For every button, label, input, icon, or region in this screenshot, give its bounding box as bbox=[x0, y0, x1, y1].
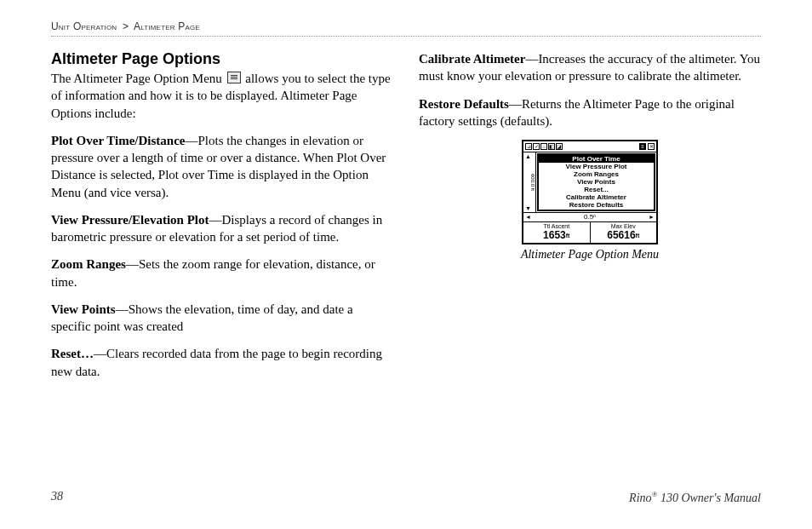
close-icon: ✕ bbox=[648, 143, 655, 150]
arrow-down-icon: ▼ bbox=[525, 205, 531, 211]
breadcrumb-section: Unit Operation bbox=[51, 20, 117, 32]
option-term: Calibrate Altimeter bbox=[419, 52, 525, 66]
menu-item: View Pressure Plot bbox=[539, 163, 654, 170]
option-term: Reset… bbox=[51, 347, 94, 360]
option-paragraph: Plot Over Time/Distance—Plots the change… bbox=[51, 132, 393, 201]
menu-item-selected: Plot Over Time bbox=[539, 155, 654, 163]
menu-selected-icon: ≡ bbox=[639, 143, 646, 150]
readout-max-elev: Max Elev 65616ft bbox=[590, 222, 657, 243]
width-label: 0.5ⁿ bbox=[584, 213, 596, 221]
option-paragraph: Reset…—Clears recorded data from the pag… bbox=[51, 345, 393, 380]
page-number: 38 bbox=[51, 490, 63, 505]
signal-icon: ⊿ bbox=[525, 143, 532, 150]
menu-item: View Points bbox=[539, 178, 654, 186]
option-term: View Pressure/Elevation Plot bbox=[51, 213, 209, 227]
scale-label: 600.0 ft bbox=[530, 174, 535, 191]
option-term: View Points bbox=[51, 302, 116, 316]
arrow-up-icon: ▲ bbox=[525, 153, 531, 159]
status-icon: ⌂ bbox=[540, 143, 547, 150]
menu-item: Zoom Ranges bbox=[539, 170, 654, 178]
readout-unit: ft bbox=[636, 233, 640, 239]
option-paragraph: View Pressure/Elevation Plot—Displays a … bbox=[51, 211, 393, 246]
status-icons-left: ⊿ ✓ ⌂ ◧ ◪ bbox=[525, 143, 563, 150]
status-icons-right: ≡ ✕ bbox=[639, 143, 655, 150]
footer-product: Rino® 130 Owner's Manual bbox=[629, 490, 761, 505]
device-bottom-readouts: Ttl Ascent 1653ft Max Elev 65616ft bbox=[523, 221, 656, 243]
status-icon: ✓ bbox=[533, 143, 540, 150]
option-desc: —Clears recorded data from the page to b… bbox=[51, 347, 382, 377]
intro-paragraph: The Altimeter Page Option Menu allows yo… bbox=[51, 70, 393, 122]
readout-unit: ft bbox=[566, 233, 570, 239]
breadcrumb-page: Altimeter Page bbox=[134, 20, 200, 32]
menu-item: Calibrate Altimeter bbox=[539, 193, 654, 201]
option-term: Plot Over Time/Distance bbox=[51, 134, 185, 147]
readout-value: 1653ft bbox=[523, 230, 590, 241]
page-footer: 38 Rino® 130 Owner's Manual bbox=[51, 490, 761, 505]
breadcrumb-separator: > bbox=[120, 20, 131, 32]
status-icon: ◪ bbox=[556, 143, 563, 150]
menu-item: Restore Defaults bbox=[539, 201, 654, 209]
status-icon: ◧ bbox=[548, 143, 555, 150]
breadcrumb: Unit Operation > Altimeter Page bbox=[51, 20, 761, 37]
option-term: Zoom Ranges bbox=[51, 257, 126, 271]
intro-pre: The Altimeter Page Option Menu bbox=[51, 72, 226, 85]
left-column: Altimeter Page Options The Altimeter Pag… bbox=[51, 50, 393, 390]
device-x-scale: 0.5ⁿ bbox=[523, 212, 656, 221]
option-term: Restore Defaults bbox=[419, 97, 509, 111]
option-paragraph: Calibrate Altimeter—Increases the accura… bbox=[419, 50, 761, 85]
right-column: Calibrate Altimeter—Increases the accura… bbox=[419, 50, 761, 390]
device-body: ▲ 600.0 ft ▼ Plot Over Time View Pressur… bbox=[523, 152, 656, 212]
option-paragraph: View Points—Shows the elevation, time of… bbox=[51, 301, 393, 336]
section-heading: Altimeter Page Options bbox=[51, 50, 393, 68]
readout-value: 65616ft bbox=[591, 230, 657, 241]
device-menu: Plot Over Time View Pressure Plot Zoom R… bbox=[537, 153, 655, 211]
menu-icon bbox=[227, 72, 241, 83]
device-status-bar: ⊿ ✓ ⌂ ◧ ◪ ≡ ✕ bbox=[523, 141, 656, 152]
option-paragraph: Zoom Ranges—Sets the zoom range for elev… bbox=[51, 256, 393, 290]
device-screenshot: ⊿ ✓ ⌂ ◧ ◪ ≡ ✕ ▲ bbox=[522, 140, 658, 244]
device-y-scale: ▲ 600.0 ft ▼ bbox=[523, 152, 536, 212]
option-paragraph: Restore Defaults—Returns the Altimeter P… bbox=[419, 95, 761, 130]
menu-item: Reset... bbox=[539, 186, 654, 193]
device-figure: ⊿ ✓ ⌂ ◧ ◪ ≡ ✕ ▲ bbox=[419, 140, 761, 262]
figure-caption: Altimeter Page Option Menu bbox=[419, 248, 761, 262]
readout-total-ascent: Ttl Ascent 1653ft bbox=[523, 222, 590, 243]
